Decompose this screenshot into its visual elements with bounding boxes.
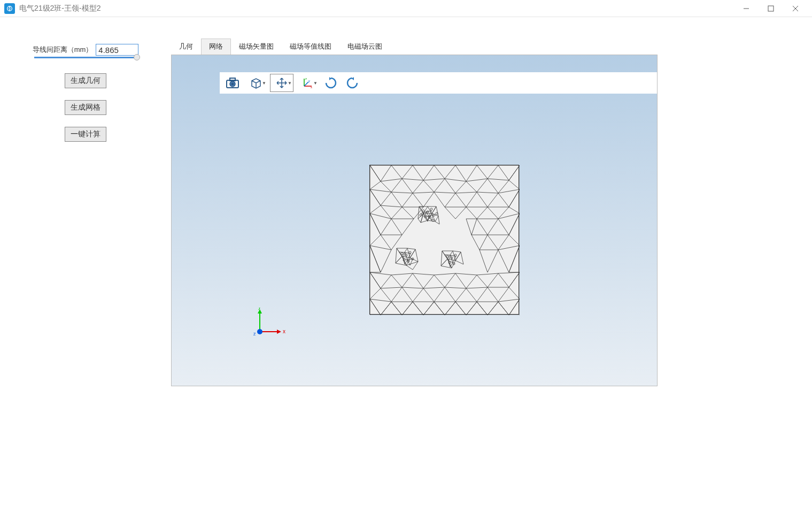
wire-distance-slider[interactable] bbox=[34, 57, 137, 58]
tab-cloud[interactable]: 电磁场云图 bbox=[339, 39, 390, 55]
main-content: 导线间距离（mm） 生成几何 生成网格 一键计算 几何 网络 磁场矢量图 磁场等… bbox=[0, 17, 812, 520]
window-title: 电气21级2班-王领-模型2 bbox=[19, 4, 734, 13]
chevron-down-icon: ▼ bbox=[262, 81, 266, 86]
svg-line-13 bbox=[304, 82, 308, 86]
svg-point-8 bbox=[231, 83, 234, 86]
svg-point-17 bbox=[430, 208, 432, 210]
param-row: 导线间距离（mm） bbox=[33, 44, 139, 56]
compute-button[interactable]: 一键计算 bbox=[65, 127, 106, 142]
mesh-svg bbox=[370, 165, 520, 315]
generate-mesh-button[interactable]: 生成网格 bbox=[65, 100, 106, 115]
minimize-icon bbox=[743, 5, 749, 12]
axis-x-label: x bbox=[283, 328, 285, 334]
svg-point-24 bbox=[401, 253, 403, 255]
viewport-3d[interactable]: ▼ ▼ z x y ▼ bbox=[171, 55, 658, 386]
maximize-icon bbox=[768, 5, 774, 12]
rotate-ccw-icon bbox=[345, 76, 359, 90]
svg-marker-38 bbox=[277, 330, 281, 334]
slider-thumb[interactable] bbox=[134, 54, 140, 60]
viewport-area: 几何 网络 磁场矢量图 磁场等值线图 电磁场云图 ▼ ▼ bbox=[171, 39, 812, 520]
close-icon bbox=[792, 5, 799, 12]
svg-rect-6 bbox=[230, 78, 235, 81]
generate-geometry-button[interactable]: 生成几何 bbox=[65, 73, 106, 88]
tab-mesh[interactable]: 网络 bbox=[201, 39, 231, 55]
chevron-down-icon: ▼ bbox=[288, 81, 292, 86]
tab-geometry[interactable]: 几何 bbox=[171, 39, 201, 55]
rotate-cw-icon bbox=[324, 76, 338, 90]
axis-y-label: y bbox=[258, 308, 261, 310]
svg-point-0 bbox=[7, 6, 12, 11]
svg-point-15 bbox=[422, 210, 424, 212]
axis-orient-button[interactable]: z x y ▼ bbox=[296, 74, 319, 92]
camera-icon bbox=[226, 77, 239, 89]
svg-marker-36 bbox=[258, 309, 262, 313]
svg-point-30 bbox=[446, 255, 448, 257]
wire-distance-input[interactable] bbox=[96, 44, 138, 56]
app-icon bbox=[4, 3, 15, 14]
svg-rect-2 bbox=[768, 6, 774, 11]
axis-orient-icon: z x y bbox=[301, 77, 314, 89]
rotate-ccw-button[interactable] bbox=[343, 74, 362, 92]
svg-text:x: x bbox=[311, 86, 312, 89]
svg-point-39 bbox=[257, 329, 262, 334]
axis-z-label: z bbox=[253, 331, 256, 337]
pan-icon bbox=[276, 77, 288, 89]
axis-indicator: y x z bbox=[252, 308, 289, 340]
mesh-display bbox=[369, 165, 519, 315]
minimize-button[interactable] bbox=[734, 0, 759, 17]
close-button[interactable] bbox=[783, 0, 808, 17]
sidebar: 导线间距离（mm） 生成几何 生成网格 一键计算 bbox=[0, 39, 171, 520]
tab-vector[interactable]: 磁场矢量图 bbox=[231, 39, 282, 55]
svg-text:y: y bbox=[308, 79, 310, 82]
tabs: 几何 网络 磁场矢量图 磁场等值线图 电磁场云图 bbox=[171, 39, 801, 55]
slider-track bbox=[34, 57, 137, 58]
window-controls bbox=[734, 0, 808, 17]
camera-button[interactable] bbox=[223, 74, 242, 92]
param-label: 导线间距离（mm） bbox=[33, 45, 93, 55]
cube-view-button[interactable]: ▼ bbox=[244, 74, 268, 92]
maximize-button[interactable] bbox=[759, 0, 783, 17]
pan-button[interactable]: ▼ bbox=[270, 74, 293, 92]
chevron-down-icon: ▼ bbox=[313, 81, 318, 86]
rotate-cw-button[interactable] bbox=[321, 74, 341, 92]
view-toolbar: ▼ ▼ z x y ▼ bbox=[220, 72, 658, 94]
cube-icon bbox=[250, 77, 262, 89]
svg-text:z: z bbox=[305, 77, 307, 80]
titlebar: 电气21级2班-王领-模型2 bbox=[0, 0, 812, 17]
tab-contour[interactable]: 磁场等值线图 bbox=[282, 39, 339, 55]
